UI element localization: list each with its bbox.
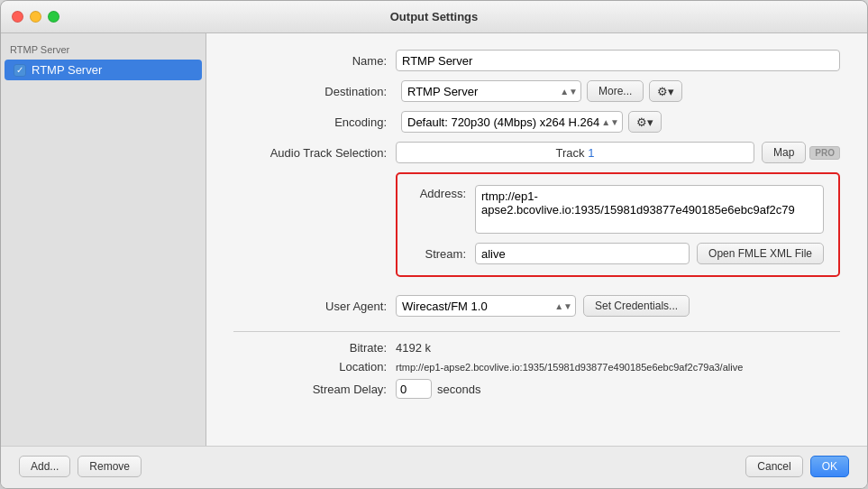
address-row: Address: xyxy=(412,185,824,234)
checkmark-icon: ✓ xyxy=(16,66,23,75)
minimize-button[interactable] xyxy=(30,11,41,23)
stream-label: Stream: xyxy=(412,247,475,261)
user-agent-label: User Agent: xyxy=(233,300,396,313)
footer-left: Add... Remove xyxy=(19,456,142,477)
footer: Add... Remove Cancel OK xyxy=(1,446,867,488)
audio-track-row: Audio Track Selection: Track 1 Map PRO xyxy=(233,142,840,163)
name-row: Name: xyxy=(233,50,840,71)
location-value: rtmp://ep1-apse2.bcovlive.io:1935/15981d… xyxy=(396,362,743,373)
track-word: Track xyxy=(556,146,585,160)
set-credentials-button[interactable]: Set Credentials... xyxy=(583,295,690,317)
divider xyxy=(233,331,840,332)
sidebar-item-label: RTMP Server xyxy=(32,63,102,77)
destination-row: Destination: RTMP Server ▲▼ More... ⚙▾ xyxy=(233,80,840,102)
name-input[interactable] xyxy=(396,50,840,71)
stream-delay-unit: seconds xyxy=(437,383,480,396)
red-box-wrapper: Address: Stream: Open FMLE XML File xyxy=(233,172,840,286)
close-button[interactable] xyxy=(12,11,23,23)
main-panel: Name: Destination: RTMP Server ▲▼ More..… xyxy=(206,33,867,446)
output-settings-window: Output Settings RTMP Server ✓ RTMP Serve… xyxy=(0,0,868,489)
user-agent-row: User Agent: Wirecast/FM 1.0 ▲▼ Set Crede… xyxy=(233,295,840,317)
bitrate-row: Bitrate: 4192 k xyxy=(233,341,840,355)
encoding-select-wrapper: Default: 720p30 (4Mbps) x264 H.264 ▲▼ xyxy=(401,111,623,133)
content-area: RTMP Server ✓ RTMP Server Name: Destinat… xyxy=(1,33,867,446)
destination-label: Destination: xyxy=(233,85,396,98)
destination-more-button[interactable]: More... xyxy=(587,80,644,102)
red-box-offset: Address: Stream: Open FMLE XML File xyxy=(233,172,840,286)
red-box-inner: Address: Stream: Open FMLE XML File xyxy=(412,185,824,264)
audio-track-display: Track 1 xyxy=(396,142,754,163)
map-button[interactable]: Map xyxy=(762,142,806,163)
stream-delay-row: Stream Delay: seconds xyxy=(233,379,840,399)
maximize-button[interactable] xyxy=(48,11,59,23)
address-label: Address: xyxy=(412,185,475,200)
pro-badge: PRO xyxy=(809,146,840,160)
stream-delay-input[interactable] xyxy=(396,379,432,399)
stream-delay-label: Stream Delay: xyxy=(233,383,396,396)
bitrate-label: Bitrate: xyxy=(233,341,396,355)
track-number-link[interactable]: 1 xyxy=(588,146,594,160)
sidebar-checkbox[interactable]: ✓ xyxy=(14,64,26,77)
audio-track-text: Track 1 xyxy=(397,146,754,160)
encoding-label: Encoding: xyxy=(233,115,396,129)
name-label: Name: xyxy=(233,54,396,68)
destination-select-wrapper: RTMP Server ▲▼ xyxy=(401,80,581,102)
location-label: Location: xyxy=(233,360,396,374)
destination-select[interactable]: RTMP Server xyxy=(401,80,581,102)
address-input[interactable] xyxy=(475,185,824,234)
sidebar-item-rtmp-server[interactable]: ✓ RTMP Server xyxy=(5,60,202,80)
location-row: Location: rtmp://ep1-apse2.bcovlive.io:1… xyxy=(233,360,840,374)
footer-right: Cancel OK xyxy=(745,456,849,477)
red-box: Address: Stream: Open FMLE XML File xyxy=(396,172,840,277)
encoding-gear-button[interactable]: ⚙▾ xyxy=(628,111,662,133)
traffic-lights xyxy=(12,11,59,23)
ok-button[interactable]: OK xyxy=(810,456,849,477)
encoding-row: Encoding: Default: 720p30 (4Mbps) x264 H… xyxy=(233,111,840,133)
user-agent-select-wrapper: Wirecast/FM 1.0 ▲▼ xyxy=(396,295,576,317)
titlebar: Output Settings xyxy=(1,1,867,33)
add-button[interactable]: Add... xyxy=(19,456,70,477)
audio-track-label: Audio Track Selection: xyxy=(233,146,396,160)
stream-row: Stream: Open FMLE XML File xyxy=(412,243,824,264)
info-section: Bitrate: 4192 k Location: rtmp://ep1-aps… xyxy=(233,341,840,399)
remove-button[interactable]: Remove xyxy=(78,456,142,477)
user-agent-select[interactable]: Wirecast/FM 1.0 xyxy=(396,295,576,317)
encoding-select[interactable]: Default: 720p30 (4Mbps) x264 H.264 xyxy=(401,111,623,133)
window-title: Output Settings xyxy=(390,10,479,23)
stream-input[interactable] xyxy=(475,243,690,264)
sidebar-section-label: RTMP Server xyxy=(1,41,206,59)
bitrate-value: 4192 k xyxy=(396,341,431,355)
sidebar: RTMP Server ✓ RTMP Server xyxy=(1,33,206,446)
open-fmle-button[interactable]: Open FMLE XML File xyxy=(697,243,824,264)
cancel-button[interactable]: Cancel xyxy=(745,456,802,477)
destination-gear-button[interactable]: ⚙▾ xyxy=(649,80,682,102)
